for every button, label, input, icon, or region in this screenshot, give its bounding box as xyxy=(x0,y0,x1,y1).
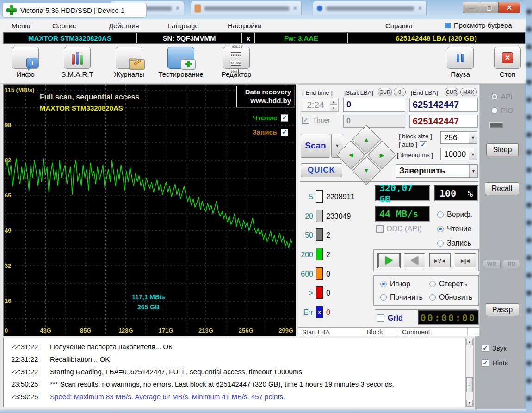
tab-favicon-icon xyxy=(195,5,201,12)
ddd-label: DDD (API) xyxy=(387,225,422,233)
passp-button[interactable]: Passp xyxy=(486,303,519,316)
log-time: 22:31:22 xyxy=(4,368,50,376)
after-scan-action-select[interactable]: Завершить ▼ xyxy=(396,164,478,178)
mode-radio[interactable] xyxy=(437,211,444,218)
spinner-down-icon[interactable]: ▼ xyxy=(330,105,337,111)
counter-value: 0 xyxy=(326,289,330,297)
toolbar-button-4[interactable] xyxy=(167,47,194,69)
remaining-lba-field: 625142447 xyxy=(409,115,478,128)
scroll-up-icon[interactable]: ▲ xyxy=(466,339,473,345)
chevron-down-icon: ▼ xyxy=(469,148,477,160)
back-button[interactable] xyxy=(404,253,425,267)
menu-item-1[interactable]: Меню xyxy=(12,22,31,30)
maximize-button[interactable]: ▢ xyxy=(480,2,499,13)
mode-option-3: Запись xyxy=(437,239,471,247)
log-text: *** Scan results: no warnings, no errors… xyxy=(50,380,394,388)
grid-checkbox[interactable] xyxy=(377,314,384,322)
seek-end-button[interactable]: ▸|◂ xyxy=(455,253,476,267)
end-lba-cur-button[interactable]: CUR xyxy=(445,88,458,96)
ddd-checkbox[interactable] xyxy=(376,225,384,233)
percent-value: 100 xyxy=(439,188,456,199)
menu-item-2[interactable]: Сервис xyxy=(52,22,76,30)
device-capacity: 625142448 LBA (320 GB) xyxy=(348,33,525,43)
tab-close-icon[interactable]: ✕ xyxy=(418,5,422,12)
end-time-spinner[interactable]: 2:24 ▲▼ xyxy=(301,98,339,112)
quick-button[interactable]: QUICK xyxy=(301,163,342,177)
background-browser-tab[interactable]: ✕ xyxy=(191,1,302,15)
percent-unit: % xyxy=(468,189,473,198)
start-lba-zero-button[interactable]: 0 xyxy=(394,88,406,96)
pio-radio[interactable] xyxy=(491,107,498,114)
toolbar-button-2[interactable] xyxy=(64,47,91,69)
end-lba-input[interactable]: 625142447 xyxy=(409,98,478,112)
tab-close-icon[interactable]: ✕ xyxy=(293,5,297,12)
seek-question-button[interactable]: ▸?◂ xyxy=(429,253,451,267)
close-button[interactable]: ✕ xyxy=(499,2,520,13)
Редактор-button-wrap: 0101101100111010000001Редактор xyxy=(211,47,262,78)
error-action-radio[interactable] xyxy=(429,294,436,301)
sound-checkbox[interactable] xyxy=(482,345,489,352)
log-text: Starting Reading, LBA=0..625142447, FULL… xyxy=(50,368,302,376)
auto-toggle: [ auto ] xyxy=(399,141,427,148)
timer-checkbox[interactable] xyxy=(302,117,309,124)
menu-item-6[interactable]: Справка xyxy=(385,22,413,30)
counter-color-block: x xyxy=(316,306,323,318)
log-scrollbar[interactable]: ▲ ≡ ▼ xyxy=(465,338,474,407)
api-radio[interactable] xyxy=(491,93,498,100)
minimize-button[interactable]: — xyxy=(463,2,480,13)
block-size-select[interactable]: 256 ▼ xyxy=(440,131,477,144)
stop-button[interactable]: ✕ xyxy=(494,47,521,69)
buffer-view-button[interactable]: Просмотр буфера xyxy=(445,21,512,29)
timeout-select[interactable]: 10000 ▼ xyxy=(440,148,477,160)
log-text: Speed: Maximum 83 MB/s. Average 62 MB/s.… xyxy=(50,393,285,401)
scroll-down-icon[interactable]: ▼ xyxy=(466,400,473,407)
start-lba-cur-button[interactable]: CUR xyxy=(378,88,392,96)
transport-box: ▸?◂ ▸|◂ xyxy=(373,249,479,271)
toolbar-button-3[interactable] xyxy=(116,47,142,69)
scan-graph: 115 (MB/s)988265493216043G85G128G171G213… xyxy=(3,84,296,336)
scroll-thumb[interactable]: ≡ xyxy=(466,377,473,392)
mode-radio[interactable] xyxy=(437,226,444,232)
sleep-button[interactable]: Sleep xyxy=(486,143,519,156)
play-button[interactable] xyxy=(378,253,400,267)
mode-label: Запись xyxy=(447,239,471,247)
sound-label: Звук xyxy=(492,344,507,352)
error-action-radio[interactable] xyxy=(429,281,436,287)
stop-icon: ✕ xyxy=(502,52,513,63)
chevron-down-icon: ▼ xyxy=(335,143,340,148)
background-browser-tab[interactable]: ✕ xyxy=(313,1,427,15)
menu-item-4[interactable]: Language xyxy=(168,22,199,30)
mode-radio[interactable] xyxy=(437,240,444,247)
error-action-radio[interactable] xyxy=(380,281,387,287)
svg-text:65: 65 xyxy=(5,192,11,199)
scan-button[interactable]: Scan xyxy=(301,134,330,158)
toolbar-button-label: Тестирование xyxy=(158,70,203,78)
ddd-toggle: DDD (API) xyxy=(376,225,422,233)
menubar: МенюСервисДействияLanguageНастройкиСправ… xyxy=(0,19,526,32)
end-time-value: 2:24 xyxy=(301,100,330,110)
error-action-radio[interactable] xyxy=(380,294,387,301)
spinner-arrows: ▲▼ xyxy=(330,99,337,111)
pause-button[interactable] xyxy=(447,47,474,69)
start-lba-input[interactable]: 0 xyxy=(343,98,405,112)
app-titlebar[interactable]: Victoria 5.36 HDD/SSD | Device 1 xyxy=(2,3,147,18)
menu-item-5[interactable]: Настройки xyxy=(228,22,262,30)
end-lba-max-button[interactable]: MAX xyxy=(460,88,477,96)
rd-button[interactable]: RD xyxy=(503,260,520,268)
spinner-up-icon[interactable]: ▲ xyxy=(330,99,337,105)
recall-button[interactable]: Recall xyxy=(485,182,519,195)
toolbar-button-1[interactable]: i xyxy=(12,47,39,69)
counter-value: 0 xyxy=(326,308,330,317)
wr-button[interactable]: WR xyxy=(483,260,501,268)
tab-close-icon[interactable]: ✕ xyxy=(175,5,180,12)
read-checkbox[interactable] xyxy=(281,114,288,122)
device-serial: SN: 5QF3MVMM xyxy=(137,33,242,43)
auto-checkbox[interactable] xyxy=(420,141,427,148)
device-firmware: Fw: 3.AAE xyxy=(255,33,348,43)
svg-text:MAXTOR STM3320820AS: MAXTOR STM3320820AS xyxy=(40,104,123,112)
hints-checkbox[interactable] xyxy=(482,359,489,367)
write-checkbox[interactable] xyxy=(281,129,288,136)
toolbar-button-5[interactable]: 0101101100111010000001 xyxy=(223,47,250,69)
log-panel: 22:31:22Получение паспорта накопителя...… xyxy=(3,338,465,407)
menu-item-3[interactable]: Действия xyxy=(109,22,139,30)
